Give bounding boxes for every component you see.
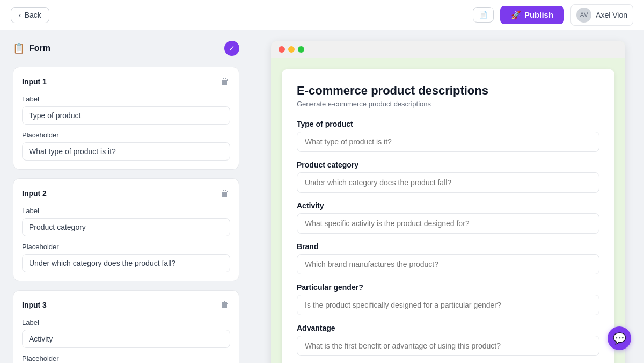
rocket-icon: 🚀 <box>511 10 521 20</box>
input-card-3-header: Input 3 🗑 <box>22 299 230 311</box>
input-1-placeholder-label: Placeholder <box>22 131 230 139</box>
preview-input-3[interactable] <box>297 254 599 274</box>
preview-label-2: Activity <box>297 201 599 210</box>
publish-label: Publish <box>524 10 553 19</box>
delete-input-1-button[interactable]: 🗑 <box>219 76 230 88</box>
input-2-title: Input 2 <box>22 189 47 198</box>
input-2-placeholder-field[interactable] <box>22 254 230 272</box>
check-circle-icon: ✓ <box>224 41 239 56</box>
preview-form-card: E-commerce product descriptions Generate… <box>282 69 614 363</box>
preview-form-subtitle: Generate e-commerce product descriptions <box>297 100 599 108</box>
form-title-row: 📋 Form <box>13 42 50 54</box>
preview-input-2[interactable] <box>297 213 599 234</box>
input-1-title: Input 1 <box>22 77 47 86</box>
browser-window: E-commerce product descriptions Generate… <box>271 41 625 363</box>
publish-button[interactable]: 🚀 Publish <box>500 6 564 24</box>
preview-label-1: Product category <box>297 161 599 169</box>
input-3-title: Input 3 <box>22 301 47 309</box>
main-content: 📋 Form ✓ Input 1 🗑 Label Placeholder Inp… <box>0 30 644 363</box>
form-header: 📋 Form ✓ <box>13 41 239 56</box>
delete-input-2-button[interactable]: 🗑 <box>219 187 230 199</box>
avatar: AV <box>576 8 591 23</box>
input-card-1-header: Input 1 🗑 <box>22 76 230 88</box>
preview-icon: 📄 <box>479 11 488 19</box>
topnav-right: 📄 🚀 Publish AV Axel Vion <box>473 4 633 26</box>
browser-dot-green <box>298 46 304 53</box>
preview-button[interactable]: 📄 <box>473 7 494 23</box>
right-panel: E-commerce product descriptions Generate… <box>252 30 644 363</box>
input-3-placeholder-label: Placeholder <box>22 354 230 362</box>
input-2-label-label: Label <box>22 207 230 215</box>
browser-dot-red <box>279 46 285 53</box>
preview-input-0[interactable] <box>297 132 599 152</box>
input-card-2: Input 2 🗑 Label Placeholder <box>13 178 239 281</box>
form-panel-title: Form <box>29 43 50 53</box>
input-card-3: Input 3 🗑 Label Placeholder <box>13 290 239 363</box>
input-2-placeholder-label: Placeholder <box>22 243 230 251</box>
input-card-1: Input 1 🗑 Label Placeholder <box>13 67 239 170</box>
preview-label-5: Advantage <box>297 324 599 332</box>
input-3-label-label: Label <box>22 318 230 326</box>
preview-form-title: E-commerce product descriptions <box>297 84 599 98</box>
input-3-label-field[interactable] <box>22 330 230 348</box>
left-panel: 📋 Form ✓ Input 1 🗑 Label Placeholder Inp… <box>0 30 252 363</box>
input-2-label-field[interactable] <box>22 218 230 236</box>
preview-input-5[interactable] <box>297 336 599 356</box>
back-button[interactable]: ‹ Back <box>11 7 49 23</box>
back-chevron-icon: ‹ <box>19 11 21 19</box>
input-1-placeholder-field[interactable] <box>22 142 230 161</box>
delete-input-3-button[interactable]: 🗑 <box>219 299 230 311</box>
top-navigation: ‹ Back 📄 🚀 Publish AV Axel Vion <box>0 0 644 30</box>
user-badge[interactable]: AV Axel Vion <box>570 4 633 26</box>
preview-input-4[interactable] <box>297 295 599 315</box>
chat-bubble-button[interactable]: 💬 <box>608 326 631 350</box>
browser-dot-yellow <box>288 46 295 53</box>
input-card-2-header: Input 2 🗑 <box>22 187 230 199</box>
preview-label-4: Particular gender? <box>297 283 599 292</box>
chat-icon: 💬 <box>613 332 626 345</box>
form-icon: 📋 <box>13 42 25 54</box>
input-1-label-label: Label <box>22 95 230 103</box>
browser-bar <box>271 41 625 58</box>
preview-label-0: Type of product <box>297 120 599 128</box>
input-1-label-field[interactable] <box>22 106 230 125</box>
back-label: Back <box>25 11 41 19</box>
preview-input-1[interactable] <box>297 172 599 193</box>
avatar-initials: AV <box>580 11 588 19</box>
user-name: Axel Vion <box>596 11 627 19</box>
preview-label-3: Brand <box>297 242 599 251</box>
